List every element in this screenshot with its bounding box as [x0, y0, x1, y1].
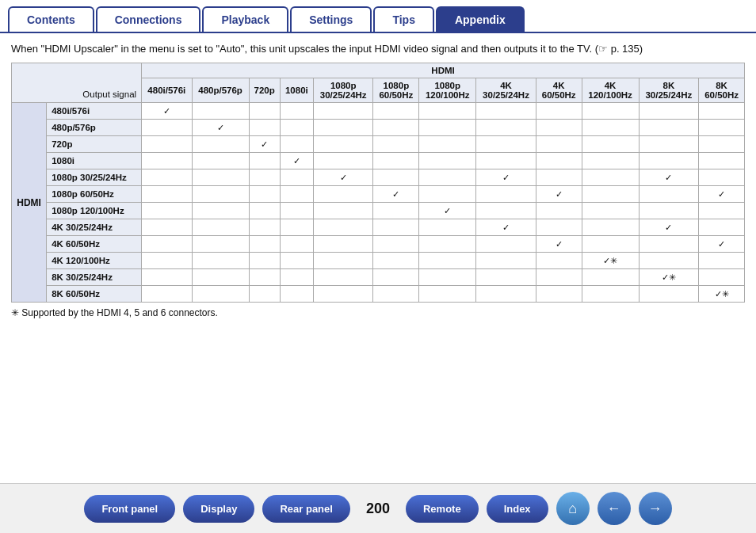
tab-playback[interactable]: Playback [202, 6, 288, 32]
col-header: 1080i [280, 78, 313, 103]
check-cell: ✓ [699, 186, 745, 203]
tab-contents[interactable]: Contents [8, 6, 94, 32]
main-content: When "HDMI Upscaler" in the menu is set … [0, 33, 756, 328]
home-button[interactable]: ⌂ [556, 492, 590, 525]
check-cell [373, 203, 419, 219]
table-row: 1080i✓ [12, 153, 745, 169]
check-cell: ✓ [280, 153, 313, 169]
check-cell [699, 153, 745, 169]
front-panel-button[interactable]: Front panel [84, 495, 175, 523]
display-button[interactable]: Display [183, 495, 254, 523]
row-label: 4K 120/100Hz [47, 253, 142, 269]
check-cell [476, 153, 536, 169]
check-cell [192, 103, 249, 120]
check-cell [373, 286, 419, 303]
check-cell [699, 219, 745, 236]
check-cell [313, 136, 373, 153]
check-cell [536, 136, 582, 153]
bottom-nav: Front panel Display Rear panel 200 Remot… [0, 483, 756, 533]
tab-settings[interactable]: Settings [290, 6, 372, 32]
check-cell [142, 136, 192, 153]
check-cell [639, 253, 699, 269]
table-row: 8K 30/25/24Hz✓✳ [12, 269, 745, 286]
col-header: 4K30/25/24Hz [476, 78, 536, 103]
check-cell [280, 269, 313, 286]
check-cell [280, 219, 313, 236]
check-cell [476, 203, 536, 219]
tab-connections[interactable]: Connections [96, 6, 201, 32]
check-cell: ✓✳ [582, 253, 639, 269]
check-cell: ✓✳ [639, 269, 699, 286]
check-cell [419, 236, 476, 253]
table-row: 8K 60/50Hz✓✳ [12, 286, 745, 303]
check-cell [313, 269, 373, 286]
forward-button[interactable]: → [639, 492, 672, 525]
check-cell: ✓✳ [699, 286, 745, 303]
check-cell [419, 153, 476, 169]
check-cell [373, 236, 419, 253]
check-cell [373, 120, 419, 136]
check-cell [249, 286, 280, 303]
check-cell [536, 286, 582, 303]
check-cell [249, 120, 280, 136]
check-cell [419, 120, 476, 136]
check-cell [639, 136, 699, 153]
index-button[interactable]: Index [487, 495, 548, 523]
check-cell [582, 103, 639, 120]
check-cell: ✓ [639, 219, 699, 236]
check-cell [142, 253, 192, 269]
check-cell [192, 169, 249, 186]
check-cell [536, 120, 582, 136]
check-cell [419, 136, 476, 153]
check-cell [582, 203, 639, 219]
tab-appendix[interactable]: Appendix [436, 6, 525, 32]
check-cell [280, 103, 313, 120]
table-row: 1080p 120/100Hz✓ [12, 203, 745, 219]
check-cell [373, 269, 419, 286]
check-cell [142, 236, 192, 253]
check-cell [639, 286, 699, 303]
check-cell [280, 136, 313, 153]
table-row: 4K 120/100Hz✓✳ [12, 253, 745, 269]
check-cell [699, 203, 745, 219]
check-cell [249, 153, 280, 169]
check-cell [373, 136, 419, 153]
check-cell [192, 203, 249, 219]
check-cell [313, 253, 373, 269]
check-cell [582, 169, 639, 186]
check-cell [582, 186, 639, 203]
row-label: 8K 60/50Hz [47, 286, 142, 303]
hdmi-group-header: HDMI [142, 63, 745, 78]
col-header: 480i/576i [142, 78, 192, 103]
remote-button[interactable]: Remote [406, 495, 479, 523]
check-cell [249, 203, 280, 219]
row-label: 1080p 120/100Hz [47, 203, 142, 219]
col-header: 8K30/25/24Hz [639, 78, 699, 103]
row-label: 480p/576p [47, 120, 142, 136]
rear-panel-button[interactable]: Rear panel [262, 495, 349, 523]
col-header: 1080p60/50Hz [373, 78, 419, 103]
back-button[interactable]: ← [598, 492, 631, 525]
check-cell [699, 120, 745, 136]
check-cell [476, 186, 536, 203]
col-header: 1080p120/100Hz [419, 78, 476, 103]
check-cell [192, 253, 249, 269]
check-cell: ✓ [699, 236, 745, 253]
check-cell [373, 169, 419, 186]
col-header: 480p/576p [192, 78, 249, 103]
check-cell: ✓ [249, 136, 280, 153]
check-cell [192, 236, 249, 253]
col-header: 720p [249, 78, 280, 103]
check-cell [142, 153, 192, 169]
row-group-label: HDMI [12, 103, 47, 303]
check-cell [419, 286, 476, 303]
check-cell [476, 136, 536, 153]
check-cell [280, 120, 313, 136]
check-cell [476, 253, 536, 269]
check-cell [373, 253, 419, 269]
check-cell [249, 253, 280, 269]
tab-tips[interactable]: Tips [373, 6, 434, 32]
check-cell [699, 136, 745, 153]
check-cell [476, 269, 536, 286]
check-cell [419, 219, 476, 236]
